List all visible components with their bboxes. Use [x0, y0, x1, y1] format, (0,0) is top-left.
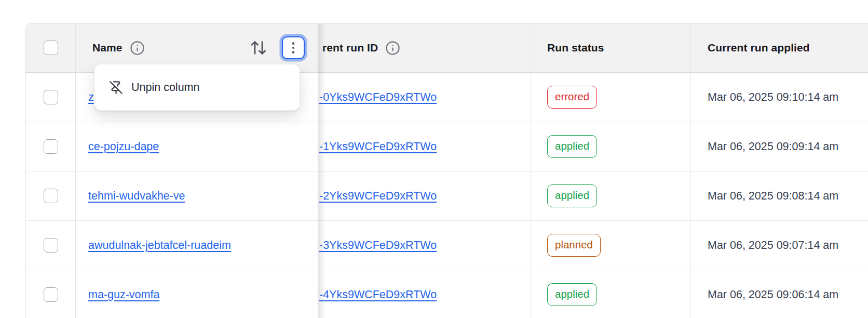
run-id-link[interactable]: -3Yks9WCFeD9xRTWo [319, 239, 437, 252]
column-header-name: Name [92, 42, 123, 54]
header-current-run-applied-cell: Current run applied [691, 24, 868, 72]
current-run-applied-timestamp: Mar 06, 2025 09:07:14 am [708, 239, 838, 252]
name-link[interactable]: awudulnak-jebtafcel-ruadeim [88, 239, 231, 252]
sort-column-button[interactable] [250, 39, 267, 57]
table-row: ma-guz-vomfa -4Yks9WCFeD9xRTWo applied M… [26, 270, 868, 318]
table-row: tehmi-wudvakhe-ve -2Yks9WCFeD9xRTWo appl… [26, 171, 868, 221]
kebab-dot [292, 47, 295, 49]
run-status-badge: applied [547, 283, 597, 306]
name-link[interactable]: ma-guz-vomfa [88, 288, 159, 301]
arrow-up-down-icon [250, 39, 267, 57]
run-status-badge: applied [547, 135, 597, 158]
run-status-badge: applied [547, 184, 597, 207]
column-header-current-run-applied: Current run applied [708, 42, 810, 54]
row-checkbox[interactable] [44, 238, 58, 253]
column-menu-button[interactable] [282, 36, 305, 59]
row-checkbox[interactable] [44, 90, 58, 104]
pin-off-icon [109, 81, 123, 95]
info-icon[interactable] [130, 41, 145, 56]
info-icon[interactable] [385, 41, 400, 56]
current-run-applied-timestamp: Mar 06, 2025 09:06:14 am [708, 288, 838, 301]
run-id-link[interactable]: -0Yks9WCFeD9xRTWo [319, 91, 437, 104]
name-link[interactable]: ce-pojzu-dape [88, 140, 159, 153]
name-link[interactable]: z [88, 91, 94, 104]
menu-item-unpin-column[interactable]: Unpin column [94, 64, 300, 110]
table-row: awudulnak-jebtafcel-ruadeim -3Yks9WCFeD9… [26, 221, 868, 270]
column-header-run-status: Run status [547, 42, 604, 54]
run-status-badge: planned [547, 234, 601, 257]
kebab-dot [292, 51, 295, 54]
column-header-current-run-id: rent run ID [322, 42, 378, 54]
row-checkbox[interactable] [44, 287, 58, 302]
row-checkbox[interactable] [44, 189, 58, 203]
run-id-link[interactable]: -1Yks9WCFeD9xRTWo [319, 140, 437, 153]
header-select-cell [26, 24, 76, 72]
column-menu-dropdown: Unpin column [94, 64, 300, 111]
current-run-applied-timestamp: Mar 06, 2025 09:10:14 am [708, 91, 838, 104]
run-status-badge: errored [547, 86, 597, 109]
name-link[interactable]: tehmi-wudvakhe-ve [88, 190, 185, 203]
run-id-link[interactable]: -2Yks9WCFeD9xRTWo [319, 190, 437, 203]
menu-item-label: Unpin column [131, 81, 199, 94]
row-checkbox[interactable] [44, 139, 58, 154]
table-row: ce-pojzu-dape -1Yks9WCFeD9xRTWo applied … [26, 122, 868, 171]
kebab-dot [292, 42, 295, 45]
select-all-checkbox[interactable] [44, 41, 58, 55]
header-run-status-cell: Run status [531, 24, 691, 72]
current-run-applied-timestamp: Mar 06, 2025 09:09:14 am [708, 140, 838, 153]
header-run-id-cell: rent run ID [318, 24, 531, 72]
run-id-link[interactable]: -4Yks9WCFeD9xRTWo [319, 288, 437, 301]
current-run-applied-timestamp: Mar 06, 2025 09:08:14 am [708, 190, 838, 203]
